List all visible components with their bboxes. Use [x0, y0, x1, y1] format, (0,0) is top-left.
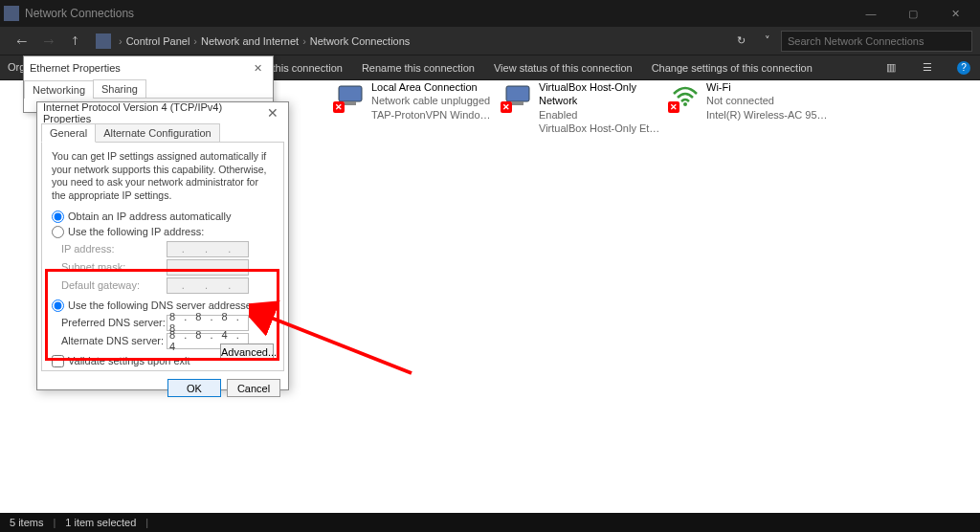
refresh-button[interactable]: ↻ — [727, 30, 754, 53]
preferred-dns-label: Preferred DNS server: — [61, 317, 167, 328]
gateway-label: Default gateway: — [61, 279, 167, 291]
connection-status: Not connected — [706, 94, 829, 107]
connections-list: ✕ Local Area Connection Network cable un… — [335, 80, 976, 138]
chevron-right-icon: › — [193, 35, 197, 47]
tab-general[interactable]: General — [41, 123, 96, 143]
breadcrumb-control-panel[interactable]: Control Panel — [126, 35, 190, 47]
ethernet-icon: ✕ — [502, 80, 533, 111]
tab-alternate-config[interactable]: Alternate Configuration — [95, 123, 220, 143]
checkbox-label: Validate settings upon exit — [68, 355, 190, 366]
forward-button: 🡒 — [34, 30, 61, 53]
view-details-button[interactable]: ☰ — [919, 59, 936, 77]
breadcrumb-network-connections[interactable]: Network Connections — [310, 35, 411, 47]
view-icons-button[interactable]: ▥ — [882, 59, 900, 77]
preferred-dns-input[interactable]: 8 . 8 . 8 . 8 — [167, 315, 249, 331]
ipv4-properties-dialog[interactable]: Internet Protocol Version 4 (TCP/IPv4) P… — [36, 101, 289, 390]
tab-networking[interactable]: Networking — [24, 80, 94, 99]
svg-rect-3 — [512, 101, 523, 105]
connection-status: Enabled — [539, 108, 661, 122]
close-icon[interactable]: ✕ — [248, 62, 267, 75]
address-bar: 🡐 🡒 🡑 › Control Panel › Network and Inte… — [0, 27, 980, 55]
radio-ip-auto[interactable]: Obtain an IP address automatically — [52, 211, 274, 223]
view-status-cmd[interactable]: View status of this connection — [494, 62, 633, 74]
error-badge-icon: ✕ — [668, 101, 679, 113]
separator: | — [53, 517, 56, 528]
network-icon — [96, 33, 111, 49]
connection-adapter: VirtualBox Host-Only Ethernet Ad... — [539, 122, 661, 135]
ip-address-input: . . . — [167, 241, 249, 257]
connection-name: VirtualBox Host-Only Network — [539, 80, 661, 108]
radio-ip-manual-input[interactable] — [52, 226, 64, 238]
radio-label: Use the following DNS server addresses: — [68, 299, 260, 311]
chevron-right-icon: › — [302, 35, 306, 47]
connection-item[interactable]: ✕ Local Area Connection Network cable un… — [335, 80, 493, 138]
svg-rect-1 — [345, 101, 356, 105]
breadcrumb-network-internet[interactable]: Network and Internet — [201, 35, 299, 47]
help-button[interactable]: ? — [955, 59, 972, 77]
radio-dns-manual[interactable]: Use the following DNS server addresses: — [52, 299, 274, 312]
chevron-right-icon: › — [119, 35, 122, 47]
svg-rect-0 — [339, 86, 362, 101]
ok-button[interactable]: OK — [167, 379, 221, 397]
validate-checkbox-input[interactable] — [52, 355, 64, 367]
minimize-button[interactable]: — — [850, 0, 892, 27]
tab-sharing[interactable]: Sharing — [93, 79, 146, 98]
svg-rect-2 — [506, 86, 529, 101]
app-icon — [4, 6, 19, 21]
status-selected-count: 1 item selected — [65, 517, 136, 528]
search-input[interactable] — [781, 31, 972, 52]
up-button[interactable]: 🡑 — [61, 30, 88, 53]
alternate-dns-label: Alternate DNS server: — [61, 335, 167, 346]
advanced-button[interactable]: Advanced... — [220, 344, 274, 361]
status-bar: 5 items | 1 item selected | — [0, 513, 980, 532]
cancel-button[interactable]: Cancel — [227, 379, 280, 397]
rename-cmd[interactable]: Rename this connection — [362, 62, 475, 74]
radio-ip-manual[interactable]: Use the following IP address: — [52, 226, 274, 238]
window-title: Network Connections — [25, 7, 850, 20]
ip-address-label: IP address: — [61, 243, 167, 255]
dropdown-button[interactable]: ˅ — [754, 30, 781, 53]
dialog-title: Internet Protocol Version 4 (TCP/IPv4) P… — [43, 101, 263, 124]
change-settings-cmd[interactable]: Change settings of this connection — [652, 62, 813, 74]
connection-adapter: Intel(R) Wireless-AC 9560 160MHz — [706, 108, 829, 122]
separator: | — [145, 517, 148, 528]
ethernet-icon: ✕ — [335, 80, 366, 111]
maximize-button[interactable]: ▢ — [892, 0, 934, 27]
connection-item[interactable]: ✕ Wi-Fi Not connected Intel(R) Wireless-… — [670, 80, 828, 138]
connection-name: Wi-Fi — [706, 80, 829, 94]
dialog-title: Ethernet Properties — [30, 62, 248, 74]
connection-item[interactable]: ✕ VirtualBox Host-Only Network Enabled V… — [502, 80, 660, 138]
radio-label: Use the following IP address: — [68, 226, 204, 237]
wifi-icon: ✕ — [670, 80, 701, 111]
radio-dns-manual-input[interactable] — [52, 299, 64, 312]
close-icon[interactable]: ✕ — [263, 105, 282, 121]
connection-adapter: TAP-ProtonVPN Windows Adapter... — [371, 108, 494, 122]
description-text: You can get IP settings assigned automat… — [52, 150, 274, 203]
back-button[interactable]: 🡐 — [8, 30, 34, 53]
subnet-mask-label: Subnet mask: — [61, 261, 167, 273]
gateway-input: . . . — [167, 277, 249, 294]
radio-ip-auto-input[interactable] — [52, 211, 64, 223]
error-badge-icon: ✕ — [333, 101, 345, 113]
connection-name: Local Area Connection — [371, 80, 494, 94]
subnet-mask-input: . . . — [167, 259, 249, 276]
radio-label: Obtain an IP address automatically — [68, 211, 231, 222]
close-button[interactable]: ✕ — [934, 0, 976, 27]
connection-status: Network cable unplugged — [371, 94, 494, 107]
window-titlebar: Network Connections — ▢ ✕ — [0, 0, 980, 27]
status-item-count: 5 items — [10, 517, 43, 528]
svg-point-4 — [683, 102, 687, 106]
breadcrumb: › Control Panel › Network and Internet ›… — [96, 33, 727, 49]
error-badge-icon: ✕ — [501, 101, 512, 113]
